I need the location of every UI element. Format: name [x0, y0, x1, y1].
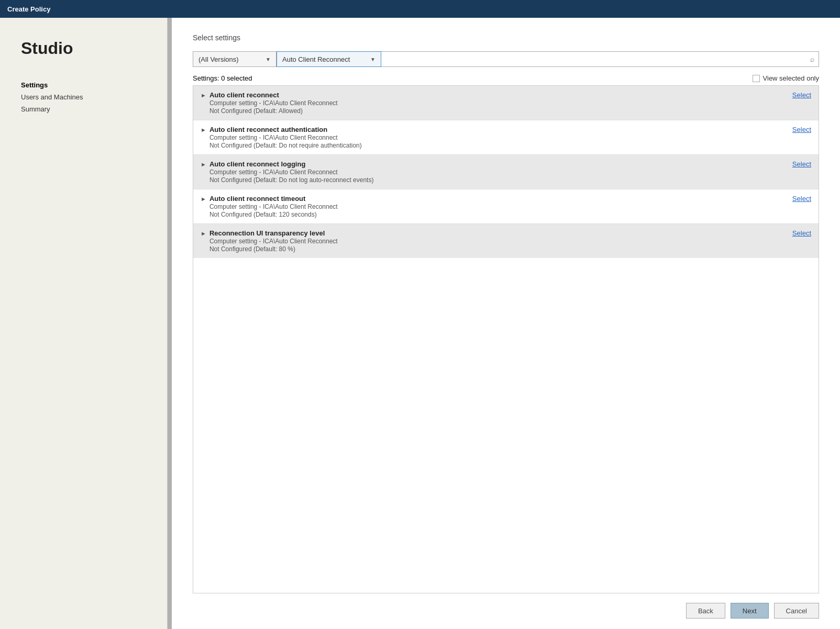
setting-info-1: Auto client reconnect authentication Com…: [209, 126, 782, 149]
expand-arrow-icon[interactable]: ►: [201, 92, 206, 98]
setting-status-1: Not Configured (Default: Do not require …: [209, 142, 782, 149]
expand-arrow-icon[interactable]: ►: [201, 127, 206, 133]
select-link-2[interactable]: Select: [792, 160, 811, 168]
setting-name-0: Auto client reconnect: [209, 91, 782, 99]
setting-status-4: Not Configured (Default: 80 %): [209, 245, 782, 253]
search-icon: ⌕: [810, 55, 814, 63]
setting-left-0: ► Auto client reconnect Computer setting…: [201, 91, 782, 115]
setting-name-3: Auto client reconnect timeout: [209, 195, 782, 203]
sidebar-item-settings[interactable]: Settings: [21, 79, 151, 91]
search-box[interactable]: ⌕: [381, 51, 819, 67]
next-button[interactable]: Next: [731, 603, 769, 619]
category-filter-value: Auto Client Reconnect: [282, 55, 350, 63]
cancel-button[interactable]: Cancel: [774, 603, 819, 619]
setting-path-0: Computer setting - ICA\Auto Client Recon…: [209, 99, 782, 107]
setting-path-4: Computer setting - ICA\Auto Client Recon…: [209, 238, 782, 245]
sidebar-item-summary[interactable]: Summary: [21, 103, 151, 115]
table-row: ► Auto client reconnect authentication C…: [193, 120, 819, 155]
select-link-0[interactable]: Select: [792, 91, 811, 99]
setting-status-0: Not Configured (Default: Allowed): [209, 107, 782, 115]
setting-path-3: Computer setting - ICA\Auto Client Recon…: [209, 203, 782, 210]
section-heading: Select settings: [193, 33, 819, 42]
sidebar-item-users-and-machines[interactable]: Users and Machines: [21, 91, 151, 103]
setting-left-1: ► Auto client reconnect authentication C…: [201, 126, 782, 149]
view-selected-label: View selected only: [763, 74, 819, 82]
expand-arrow-icon[interactable]: ►: [201, 161, 206, 167]
studio-title: Studio: [21, 39, 151, 58]
select-link-3[interactable]: Select: [792, 195, 811, 203]
setting-info-2: Auto client reconnect logging Computer s…: [209, 160, 782, 184]
setting-left-4: ► Reconnection UI transparency level Com…: [201, 229, 782, 253]
setting-path-2: Computer setting - ICA\Auto Client Recon…: [209, 169, 782, 176]
search-input[interactable]: [385, 55, 810, 63]
version-filter-value: (All Versions): [198, 55, 239, 63]
setting-name-4: Reconnection UI transparency level: [209, 229, 782, 237]
select-link-1[interactable]: Select: [792, 126, 811, 133]
footer-row: Back Next Cancel: [193, 593, 819, 619]
sidebar-resizer[interactable]: [168, 18, 172, 629]
setting-info-4: Reconnection UI transparency level Compu…: [209, 229, 782, 253]
expand-arrow-icon[interactable]: ►: [201, 230, 206, 237]
setting-name-2: Auto client reconnect logging: [209, 160, 782, 168]
table-row: ► Auto client reconnect logging Computer…: [193, 155, 819, 189]
title-bar-label: Create Policy: [7, 5, 50, 13]
back-button[interactable]: Back: [686, 603, 725, 619]
sidebar-nav: Settings Users and Machines Summary: [21, 79, 151, 115]
settings-header: Settings: 0 selected View selected only: [193, 74, 819, 82]
table-row: ► Auto client reconnect Computer setting…: [193, 86, 819, 120]
version-filter-dropdown[interactable]: (All Versions) ▼: [193, 51, 277, 67]
setting-path-1: Computer setting - ICA\Auto Client Recon…: [209, 134, 782, 141]
setting-info-3: Auto client reconnect timeout Computer s…: [209, 195, 782, 218]
setting-name-1: Auto client reconnect authentication: [209, 126, 782, 133]
settings-count: Settings: 0 selected: [193, 74, 252, 82]
setting-status-3: Not Configured (Default: 120 seconds): [209, 211, 782, 218]
setting-left-2: ► Auto client reconnect logging Computer…: [201, 160, 782, 184]
select-link-4[interactable]: Select: [792, 229, 811, 237]
settings-list: ► Auto client reconnect Computer setting…: [193, 85, 819, 593]
category-filter-dropdown[interactable]: Auto Client Reconnect ▼: [277, 51, 381, 67]
setting-info-0: Auto client reconnect Computer setting -…: [209, 91, 782, 115]
view-selected-row: View selected only: [753, 74, 819, 82]
setting-left-3: ► Auto client reconnect timeout Computer…: [201, 195, 782, 218]
expand-arrow-icon[interactable]: ►: [201, 196, 206, 202]
view-selected-checkbox[interactable]: [753, 75, 760, 82]
table-row: ► Auto client reconnect timeout Computer…: [193, 189, 819, 224]
filter-row: (All Versions) ▼ Auto Client Reconnect ▼…: [193, 51, 819, 67]
category-filter-chevron-icon: ▼: [365, 57, 375, 62]
table-row: ► Reconnection UI transparency level Com…: [193, 224, 819, 258]
version-filter-chevron-icon: ▼: [260, 57, 271, 62]
setting-status-2: Not Configured (Default: Do not log auto…: [209, 176, 782, 184]
